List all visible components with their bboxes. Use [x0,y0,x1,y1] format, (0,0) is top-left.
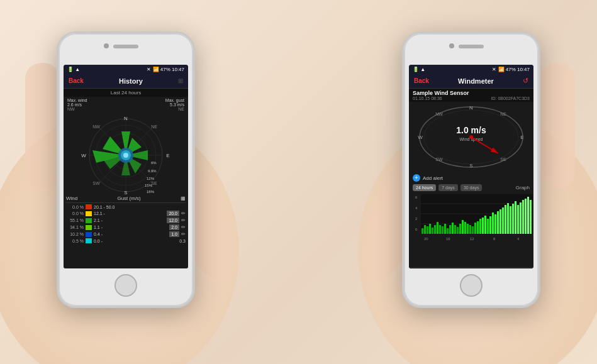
right-back-button[interactable]: Back [414,77,429,84]
svg-rect-74 [434,225,436,234]
refresh-icon[interactable]: ↺ [523,77,528,85]
left-back-button[interactable]: Back [69,77,84,84]
max-gust-info: Max. gust 5.3 m/s NE [165,98,184,111]
max-wind-info: Max. wind 2.6 m/s NW [67,98,87,111]
svg-text:SW: SW [92,181,100,185]
wind-col-label: Wind [66,196,77,201]
svg-rect-111 [527,197,529,234]
svg-rect-104 [510,206,511,234]
svg-rect-83 [457,227,459,234]
wind-row-6: 0.5 % 0.0 - 0.3 [66,238,186,243]
svg-text:15%: 15% [145,184,153,187]
graph-label[interactable]: Graph [516,185,530,190]
svg-rect-77 [442,226,444,234]
svg-text:6: 6 [415,196,418,199]
svg-rect-92 [479,219,481,234]
svg-text:E: E [166,153,169,158]
svg-text:N: N [124,116,128,121]
left-phone-frame: 🔋 ▲ ✕ 📶 47% 10:47 Back History ⊞ Last 24… [57,31,195,308]
svg-text:9.9%: 9.9% [148,169,157,173]
svg-text:SE: SE [500,157,506,162]
sensor-meta: 01.10.15 08:36 ID: 0B002FA7C3D3 [413,96,530,101]
svg-text:4: 4 [415,206,418,210]
svg-rect-87 [467,224,469,234]
wind-rose-svg: N S W E NE SE SW NW 6% 9.9% 12% [79,113,173,194]
svg-text:NE: NE [500,112,506,116]
right-phone: 🔋 ▲ ✕ 📶 47% 10:47 Back Windmeter ↺ Sampl… [402,31,540,308]
left-phone-speaker [113,45,138,48]
left-phone-camera [104,43,109,48]
svg-rect-102 [505,205,506,234]
max-gust-value: 5.3 m/s [165,102,184,107]
svg-text:18%: 18% [147,190,155,194]
svg-text:W: W [81,153,86,158]
svg-rect-79 [447,228,449,234]
chart-container: 6 4 2 0 [409,192,533,267]
wind-row-4: 34.1 % 1.1 - 2.0 ✏ [66,224,186,230]
sensor-name: Sample Wind Sensor [413,90,530,96]
left-status-right: ✕ 📶 47% 10:47 [147,67,184,72]
sensor-info: Sample Wind Sensor 01.10.15 08:36 ID: 0B… [409,89,533,102]
left-app-header: Back History ⊞ [64,74,188,89]
wind-row-1: 0.0 % 20.1 - 50.0 [66,204,186,209]
svg-rect-103 [507,203,509,234]
svg-rect-94 [484,216,486,234]
svg-rect-107 [517,205,519,234]
max-wind-value: 2.6 m/s [67,102,87,107]
right-status-right: ✕ 📶 47% 10:47 [492,67,530,72]
svg-rect-73 [432,228,433,234]
left-home-button[interactable] [114,274,137,297]
svg-text:E: E [520,135,523,140]
left-status-bar: 🔋 ▲ ✕ 📶 47% 10:47 [64,65,188,74]
left-phone: 🔋 ▲ ✕ 📶 47% 10:47 Back History ⊞ Last 24… [57,31,195,308]
svg-rect-112 [530,200,532,234]
svg-rect-96 [489,216,491,234]
svg-rect-81 [452,223,454,234]
compass-svg: N S W E NE SE SW NW 1.0 m/s Wind speed [416,104,527,170]
svg-rect-1 [25,63,60,189]
svg-line-56 [471,137,498,153]
color-box-5 [86,232,92,237]
tab-7days[interactable]: 7 days [438,184,458,191]
right-home-button[interactable] [460,274,483,297]
bottom-nav: 🎨 Dashboard 🔋 Good Battery 📣 [409,267,533,268]
svg-text:0: 0 [415,228,418,231]
tab-30days[interactable]: 30 days [460,184,483,191]
svg-rect-98 [494,214,496,234]
wind-rose-container: N S W E NE SE SW NW 6% 9.9% 12% [64,113,188,194]
svg-rect-101 [502,207,504,234]
svg-rect-95 [487,219,489,234]
svg-rect-105 [512,204,514,234]
wind-row-3: 55.1 % 2.1 - 12.0 ✏ [66,218,186,223]
svg-text:1.0 m/s: 1.0 m/s [456,125,486,135]
svg-rect-99 [497,211,499,234]
right-phone-speaker [459,45,484,48]
color-box-1 [86,204,92,209]
left-phone-screen: 🔋 ▲ ✕ 📶 47% 10:47 Back History ⊞ Last 24… [64,65,188,268]
wind-row-2: 0.0 % 12.1 - 20.0 ✏ [66,211,186,216]
left-app-title: History [119,77,143,85]
add-alert-button[interactable]: + [413,174,420,182]
svg-rect-106 [515,201,516,234]
svg-rect-85 [462,220,464,234]
svg-text:S: S [124,190,127,194]
svg-text:NE: NE [151,124,157,129]
svg-text:12%: 12% [147,177,155,180]
max-gust-label: Max. gust [165,98,184,102]
tab-24hours[interactable]: 24 hours [413,184,436,191]
svg-rect-109 [522,200,524,234]
wind-chart-svg: 6 4 2 0 [411,194,533,241]
main-scene: 🔋 ▲ ✕ 📶 47% 10:47 Back History ⊞ Last 24… [0,0,597,364]
svg-rect-89 [472,226,474,234]
alert-section: + Add alert [409,173,533,183]
left-header-right: ⊞ [178,77,183,84]
color-box-3 [86,218,92,223]
right-app-header: Back Windmeter ↺ [409,74,533,89]
svg-rect-82 [454,225,456,234]
svg-text:W: W [418,135,423,140]
svg-rect-69 [421,228,423,234]
svg-text:SW: SW [435,157,443,162]
svg-rect-110 [525,199,527,234]
history-screen: Last 24 hours Max. wind 2.6 m/s NW Max. … [64,89,188,268]
svg-text:16: 16 [446,237,450,241]
